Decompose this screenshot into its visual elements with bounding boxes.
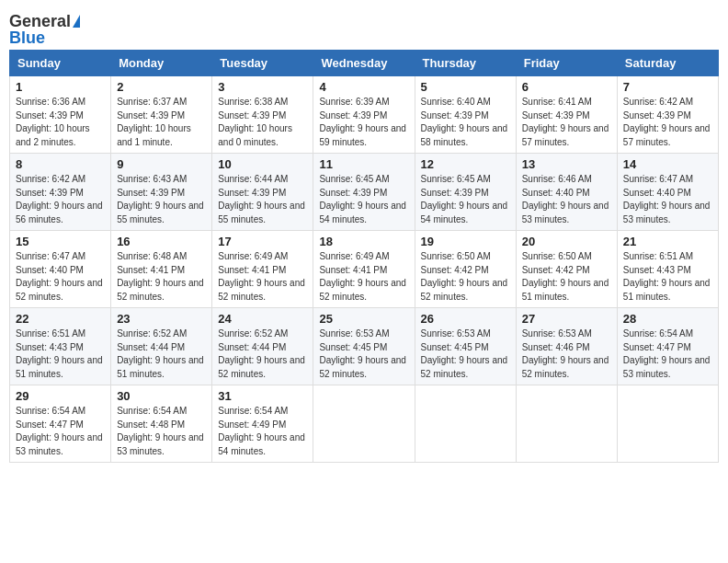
cell-info: Sunrise: 6:43 AMSunset: 4:39 PMDaylight:… [117, 174, 204, 224]
cell-info: Sunrise: 6:46 AMSunset: 4:40 PMDaylight:… [522, 174, 609, 224]
calendar-cell: 23 Sunrise: 6:52 AMSunset: 4:44 PMDaylig… [111, 308, 212, 385]
calendar-cell: 21 Sunrise: 6:51 AMSunset: 4:43 PMDaylig… [617, 231, 718, 308]
day-number: 4 [319, 80, 408, 94]
day-number: 31 [218, 389, 307, 403]
calendar-week-row: 15 Sunrise: 6:47 AMSunset: 4:40 PMDaylig… [10, 231, 719, 308]
calendar-cell: 29 Sunrise: 6:54 AMSunset: 4:47 PMDaylig… [10, 385, 111, 463]
day-number: 11 [319, 157, 408, 171]
day-number: 5 [421, 80, 510, 94]
calendar-day-header: Thursday [415, 51, 516, 76]
cell-info: Sunrise: 6:44 AMSunset: 4:39 PMDaylight:… [218, 174, 305, 224]
day-number: 7 [623, 80, 712, 94]
day-number: 10 [218, 157, 307, 171]
cell-info: Sunrise: 6:45 AMSunset: 4:39 PMDaylight:… [319, 174, 406, 224]
cell-info: Sunrise: 6:52 AMSunset: 4:44 PMDaylight:… [218, 328, 305, 379]
logo-general-text: General [9, 13, 71, 29]
cell-info: Sunrise: 6:54 AMSunset: 4:47 PMDaylight:… [16, 406, 103, 456]
calendar-cell: 25 Sunrise: 6:53 AMSunset: 4:45 PMDaylig… [313, 308, 415, 385]
calendar-cell: 13 Sunrise: 6:46 AMSunset: 4:40 PMDaylig… [516, 154, 617, 231]
calendar-cell: 27 Sunrise: 6:53 AMSunset: 4:46 PMDaylig… [516, 308, 617, 385]
day-number: 28 [623, 312, 712, 326]
calendar-day-header: Monday [111, 51, 212, 76]
cell-info: Sunrise: 6:49 AMSunset: 4:41 PMDaylight:… [218, 251, 305, 302]
cell-info: Sunrise: 6:41 AMSunset: 4:39 PMDaylight:… [522, 97, 609, 147]
day-number: 29 [16, 389, 105, 403]
calendar-cell: 11 Sunrise: 6:45 AMSunset: 4:39 PMDaylig… [313, 154, 415, 231]
day-number: 3 [218, 80, 307, 94]
logo: General Blue [9, 13, 80, 46]
logo-triangle-icon [73, 15, 80, 28]
calendar-day-header: Sunday [10, 51, 111, 76]
day-number: 26 [421, 312, 510, 326]
calendar-cell: 20 Sunrise: 6:50 AMSunset: 4:42 PMDaylig… [516, 231, 617, 308]
cell-info: Sunrise: 6:54 AMSunset: 4:47 PMDaylight:… [623, 328, 711, 379]
calendar-cell: 2 Sunrise: 6:37 AMSunset: 4:39 PMDayligh… [111, 76, 212, 154]
cell-info: Sunrise: 6:50 AMSunset: 4:42 PMDaylight:… [522, 251, 609, 302]
day-number: 9 [117, 157, 206, 171]
cell-info: Sunrise: 6:54 AMSunset: 4:49 PMDaylight:… [218, 406, 305, 456]
calendar-week-row: 1 Sunrise: 6:36 AMSunset: 4:39 PMDayligh… [10, 76, 719, 154]
cell-info: Sunrise: 6:53 AMSunset: 4:45 PMDaylight:… [319, 328, 406, 379]
calendar-cell: 17 Sunrise: 6:49 AMSunset: 4:41 PMDaylig… [212, 231, 313, 308]
day-number: 1 [16, 80, 105, 94]
calendar-cell: 10 Sunrise: 6:44 AMSunset: 4:39 PMDaylig… [212, 154, 313, 231]
calendar-cell: 26 Sunrise: 6:53 AMSunset: 4:45 PMDaylig… [415, 308, 516, 385]
calendar-cell: 3 Sunrise: 6:38 AMSunset: 4:39 PMDayligh… [212, 76, 313, 154]
calendar-cell: 19 Sunrise: 6:50 AMSunset: 4:42 PMDaylig… [415, 231, 516, 308]
cell-info: Sunrise: 6:54 AMSunset: 4:48 PMDaylight:… [117, 406, 204, 456]
day-number: 19 [421, 235, 510, 248]
calendar-cell: 1 Sunrise: 6:36 AMSunset: 4:39 PMDayligh… [10, 76, 111, 154]
day-number: 30 [117, 389, 206, 403]
cell-info: Sunrise: 6:52 AMSunset: 4:44 PMDaylight:… [117, 328, 204, 379]
calendar-cell: 12 Sunrise: 6:45 AMSunset: 4:39 PMDaylig… [415, 154, 516, 231]
day-number: 23 [117, 312, 206, 326]
day-number: 18 [319, 235, 408, 248]
calendar-cell: 31 Sunrise: 6:54 AMSunset: 4:49 PMDaylig… [212, 385, 313, 463]
day-number: 16 [117, 235, 206, 248]
cell-info: Sunrise: 6:38 AMSunset: 4:39 PMDaylight:… [218, 97, 292, 147]
day-number: 13 [522, 157, 611, 171]
calendar-day-header: Saturday [617, 51, 718, 76]
header-row: General Blue [9, 9, 719, 46]
calendar-cell: 7 Sunrise: 6:42 AMSunset: 4:39 PMDayligh… [617, 76, 718, 154]
calendar-cell: 15 Sunrise: 6:47 AMSunset: 4:40 PMDaylig… [10, 231, 111, 308]
calendar-week-row: 8 Sunrise: 6:42 AMSunset: 4:39 PMDayligh… [10, 154, 719, 231]
calendar-day-header: Tuesday [212, 51, 313, 76]
calendar-cell: 9 Sunrise: 6:43 AMSunset: 4:39 PMDayligh… [111, 154, 212, 231]
day-number: 14 [623, 157, 712, 171]
day-number: 8 [16, 157, 105, 171]
cell-info: Sunrise: 6:48 AMSunset: 4:41 PMDaylight:… [117, 251, 204, 302]
day-number: 21 [623, 235, 712, 248]
calendar-cell [617, 385, 718, 463]
calendar-table: SundayMondayTuesdayWednesdayThursdayFrid… [9, 50, 719, 463]
calendar-week-row: 22 Sunrise: 6:51 AMSunset: 4:43 PMDaylig… [10, 308, 719, 385]
day-number: 6 [522, 80, 611, 94]
calendar-cell: 16 Sunrise: 6:48 AMSunset: 4:41 PMDaylig… [111, 231, 212, 308]
cell-info: Sunrise: 6:47 AMSunset: 4:40 PMDaylight:… [16, 251, 103, 302]
calendar-cell: 6 Sunrise: 6:41 AMSunset: 4:39 PMDayligh… [516, 76, 617, 154]
calendar-day-header: Friday [516, 51, 617, 76]
calendar-container: General Blue SundayMondayTuesdayWednesda… [9, 9, 719, 463]
calendar-cell [415, 385, 516, 463]
calendar-cell: 4 Sunrise: 6:39 AMSunset: 4:39 PMDayligh… [313, 76, 415, 154]
cell-info: Sunrise: 6:53 AMSunset: 4:46 PMDaylight:… [522, 328, 609, 379]
cell-info: Sunrise: 6:39 AMSunset: 4:39 PMDaylight:… [319, 97, 406, 147]
calendar-cell: 8 Sunrise: 6:42 AMSunset: 4:39 PMDayligh… [10, 154, 111, 231]
cell-info: Sunrise: 6:49 AMSunset: 4:41 PMDaylight:… [319, 251, 406, 302]
day-number: 25 [319, 312, 408, 326]
cell-info: Sunrise: 6:47 AMSunset: 4:40 PMDaylight:… [623, 174, 711, 224]
day-number: 12 [421, 157, 510, 171]
cell-info: Sunrise: 6:51 AMSunset: 4:43 PMDaylight:… [16, 328, 103, 379]
calendar-cell: 14 Sunrise: 6:47 AMSunset: 4:40 PMDaylig… [617, 154, 718, 231]
cell-info: Sunrise: 6:42 AMSunset: 4:39 PMDaylight:… [623, 97, 711, 147]
cell-info: Sunrise: 6:45 AMSunset: 4:39 PMDaylight:… [421, 174, 508, 224]
calendar-cell: 24 Sunrise: 6:52 AMSunset: 4:44 PMDaylig… [212, 308, 313, 385]
day-number: 20 [522, 235, 611, 248]
day-number: 2 [117, 80, 206, 94]
calendar-week-row: 29 Sunrise: 6:54 AMSunset: 4:47 PMDaylig… [10, 385, 719, 463]
cell-info: Sunrise: 6:36 AMSunset: 4:39 PMDaylight:… [16, 97, 90, 147]
calendar-cell: 30 Sunrise: 6:54 AMSunset: 4:48 PMDaylig… [111, 385, 212, 463]
calendar-day-header: Wednesday [313, 51, 415, 76]
day-number: 24 [218, 312, 307, 326]
calendar-cell: 5 Sunrise: 6:40 AMSunset: 4:39 PMDayligh… [415, 76, 516, 154]
